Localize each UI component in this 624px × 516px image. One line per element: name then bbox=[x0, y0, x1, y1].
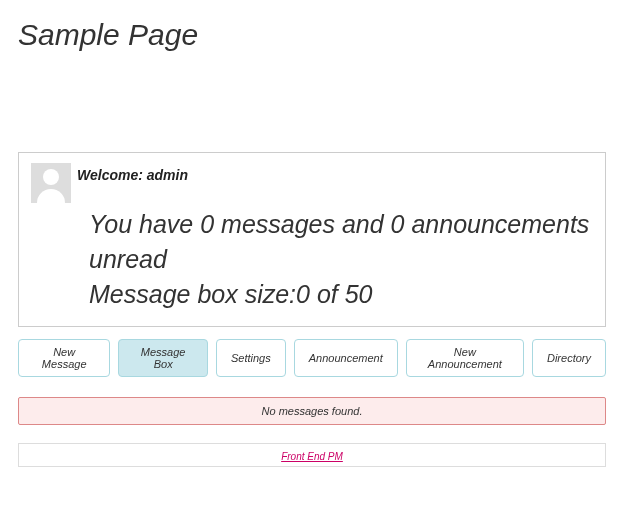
user-summary-card: Welcome: admin You have 0 messages and 0… bbox=[18, 152, 606, 327]
avatar bbox=[31, 163, 71, 203]
page-title: Sample Page bbox=[18, 18, 624, 52]
tab-settings[interactable]: Settings bbox=[216, 339, 286, 377]
tab-announcement[interactable]: Announcement bbox=[294, 339, 398, 377]
unread-summary: You have 0 messages and 0 announcements … bbox=[89, 207, 593, 277]
welcome-text: Welcome: admin bbox=[77, 167, 188, 183]
tab-new-message[interactable]: New Message bbox=[18, 339, 110, 377]
tab-directory[interactable]: Directory bbox=[532, 339, 606, 377]
welcome-prefix: Welcome: bbox=[77, 167, 147, 183]
no-messages-alert: No messages found. bbox=[18, 397, 606, 425]
tabs-bar: New MessageMessage BoxSettingsAnnounceme… bbox=[18, 337, 606, 379]
welcome-username: admin bbox=[147, 167, 188, 183]
tab-message-box[interactable]: Message Box bbox=[118, 339, 208, 377]
tab-new-announcement[interactable]: New Announcement bbox=[406, 339, 524, 377]
footer-bar: Front End PM bbox=[18, 443, 606, 467]
footer-link[interactable]: Front End PM bbox=[281, 451, 343, 462]
box-size-summary: Message box size:0 of 50 bbox=[89, 277, 593, 312]
